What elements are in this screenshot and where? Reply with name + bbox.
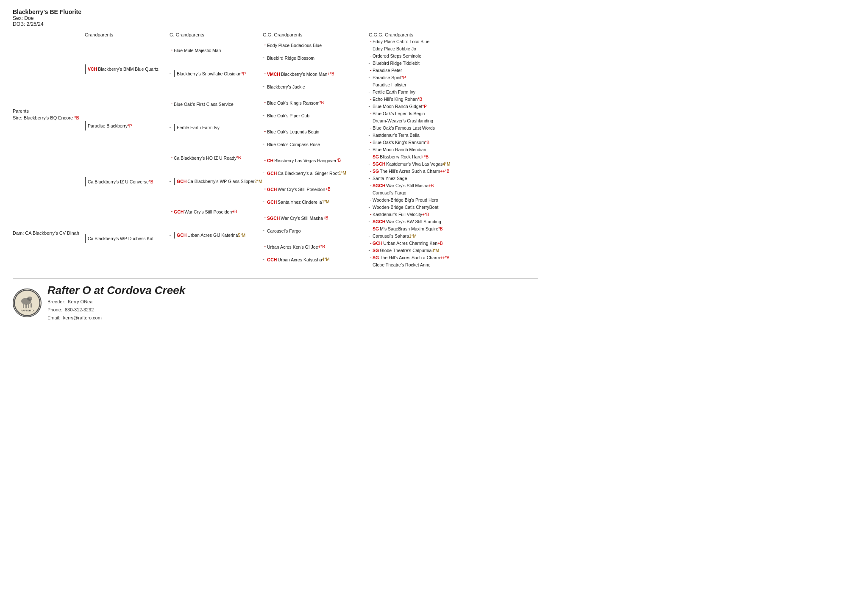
gggg-4-name: Bluebird Ridge Tiddlebit	[373, 61, 420, 66]
gggg-29: ╶ GCH Urban Acres Charming Ken +B	[369, 241, 492, 246]
ggg-9-prefix: CH	[267, 158, 273, 163]
ggg-3-icon: ╶	[263, 71, 266, 77]
gg-7-prefix: GCH	[174, 209, 184, 214]
animal-sex: Sex: Doe	[13, 15, 538, 21]
gggg-19-prefix: SG	[373, 169, 379, 174]
gggg-30-icon: ╴	[369, 248, 371, 253]
ggg-6-icon: ╴	[263, 113, 266, 118]
ggg-11-icon: ╶	[263, 186, 266, 192]
gggg-31-icon: ╶	[369, 255, 371, 260]
ggg-15: ╶ Urban Acres Ken's GI Joe +*B	[263, 244, 369, 250]
gggg-28-suffix: 1*M	[409, 234, 417, 239]
ggg-4-icon: ╴	[263, 84, 266, 89]
gggg-9-icon: ╶	[369, 97, 371, 102]
gggg-21-prefix: SGCH	[373, 183, 385, 188]
ggg-4-name: Blackberry's Jackie	[267, 84, 305, 89]
gggg-31: ╶ SG The Hill's Acres Such a Charm ++*B	[369, 255, 492, 260]
ggg-16-icon: ╴	[263, 257, 266, 262]
gggg-10-name: Blue Moon Ranch Gidget	[373, 104, 422, 109]
email-value: kerry@raftero.com	[63, 315, 102, 320]
ggg-12-suffix: 1*M	[322, 200, 330, 204]
svg-point-2	[27, 297, 32, 301]
gg-4-bar	[174, 124, 175, 131]
gggg-26-icon: ╴	[369, 219, 371, 224]
gggg-13-icon: ╶	[369, 126, 371, 130]
page-header: Blackberry's BE Fluorite Sex: Doe DOB: 2…	[13, 8, 538, 27]
ggg-13: ╶ SGCH War Cry's Still Masha +B	[263, 215, 369, 221]
gggg-24: ╴ Wooden-Bridge Cat's CherryBoat	[369, 205, 492, 210]
gggg-21-icon: ╶	[369, 183, 371, 188]
gggg-19-suffix: ++*B	[440, 169, 449, 174]
gggg-6: ╴ Paradise Spirit *P	[369, 75, 492, 80]
gggg-23-name: Wooden-Bridge Big's Proud Hero	[373, 197, 438, 202]
svg-rect-4	[25, 304, 27, 308]
ggg-9-icon: ╶	[263, 158, 266, 163]
ggg-5-suffix: *B	[320, 100, 324, 105]
dam-info-text: Dam: CA Blackberry's CV Dinah	[13, 230, 79, 236]
gggg-10-suffix: *P	[422, 104, 427, 109]
gg-2-bar	[174, 70, 175, 77]
gg-2: ╴ Blackberry's Snowflake Obsidian *P	[170, 70, 263, 77]
gggg-25: ╶ Kastdemur's Full Velocity +*B	[369, 212, 492, 217]
gggg-3: ╶ Ordered Steps Seminole	[369, 53, 492, 58]
gp-sire-name: Blackberry's BMM Blue Quartz	[98, 67, 159, 72]
svg-text:RAFTER O: RAFTER O	[21, 309, 34, 312]
gggg-22-icon: ╴	[369, 191, 371, 195]
gggg-1: ╶ Eddy Place Cabro Loco Blue	[369, 39, 492, 44]
gg-6-suffix: 2*M	[255, 179, 262, 184]
gggg-9: ╶ Echo Hill's King Rohan *B	[369, 97, 492, 102]
ggg-12: ╴ GCH Santa Ynez Cinderella 1*M	[263, 199, 369, 205]
dam-label-row: Dam: CA Blackberry's CV Dinah	[13, 230, 85, 236]
ggg-9: ╶ CH Blissberry Las Vegas Hangover *B	[263, 158, 369, 163]
gggg-26: ╴ SGCH War Cry's BW Still Standing	[369, 219, 492, 224]
gggg-17-suffix: +*B	[422, 155, 428, 159]
footer-info: Rafter O at Cordova Creek Breeder: Kerry…	[47, 284, 185, 322]
gg-8-prefix: GCH	[177, 233, 186, 238]
gp-dam2-bar	[85, 177, 86, 186]
gg-8-suffix: 5*M	[238, 233, 245, 238]
gg-8: ╴ GCH Urban Acres GIJ Katerina 5*M	[170, 232, 263, 239]
gg-7-icon: ╶	[170, 209, 172, 214]
breeder-label: Breeder:	[47, 299, 65, 304]
gggg-24-name: Wooden-Bridge Cat's CherryBoat	[373, 205, 438, 210]
svg-rect-6	[31, 303, 32, 308]
ggg-14-icon: ╴	[263, 228, 266, 233]
col-ggg-header: G.G. Grandparents	[263, 32, 369, 37]
gggg-21: ╶ SGCH War Cry's Still Masha +B	[369, 183, 492, 188]
ggg-15-icon: ╶	[263, 244, 266, 250]
ggg-9-name: Blissberry Las Vegas Hangover	[274, 158, 337, 163]
gggg-2: ╴ Eddy Place Bobbie Jo	[369, 46, 492, 51]
gggg-31-prefix: SG	[373, 255, 379, 260]
gp-sire-bar	[85, 64, 86, 74]
gg-8-name: Urban Acres GIJ Katerina	[187, 233, 238, 238]
gg-1: ╶ Blue Mule Majestic Man	[170, 47, 263, 53]
gggg-8-name: Fertile Earth Farm Ivy	[373, 89, 415, 94]
gg-8-icon: ╴	[170, 233, 172, 238]
sire-label-text: Sire: Blackberry's BQ Encore	[13, 115, 74, 120]
ggg-7: ╶ Blue Oak's Legends Begin	[263, 129, 369, 134]
gp-dam1: Paradise Blackberry *P	[85, 121, 170, 130]
col-gggg-header: G.G.G. Grandparents	[369, 32, 492, 37]
ggg-8-icon: ╴	[263, 141, 266, 147]
gggg-19: ╶ SG The Hill's Acres Such a Charm ++*B	[369, 169, 492, 174]
gggg-30-suffix: 3*M	[431, 248, 439, 253]
gggg-11-name: Blue Oak's Legends Begin	[373, 111, 425, 116]
gp-dam1-suffix: *P	[128, 124, 132, 128]
gggg-27-suffix: *B	[438, 227, 443, 231]
gg-2-icon: ╴	[170, 71, 172, 77]
gggg-17-name: Blissberry Rock Hard	[380, 154, 422, 159]
svg-rect-3	[23, 304, 24, 308]
gggg-21-suffix: +B	[428, 183, 434, 188]
gg-4: ╴ Fertile Earth Farm Ivy	[170, 124, 263, 131]
gggg-27-name: M's SageBrush Maxim Squire	[380, 226, 438, 231]
gggg-29-suffix: +B	[437, 241, 443, 246]
ggg-1: ╶ Eddy Place Bodacious Blue	[263, 42, 369, 48]
gggg-7-name: Paradise Holister	[373, 82, 406, 87]
ggg-11-name: War Cry's Still Poseidon	[278, 187, 325, 192]
phone-number: 830-312-3292	[65, 307, 94, 312]
gp-dam1-name: Paradise Blackberry	[88, 123, 128, 128]
gggg-10-icon: ╴	[369, 104, 371, 109]
ggg-3-name: Blackberry's Moon Man	[281, 72, 327, 77]
col-gggg: G.G.G. Grandparents ╶ Eddy Place Cabro L…	[369, 32, 492, 268]
gg-7-suffix: +B	[232, 209, 237, 214]
